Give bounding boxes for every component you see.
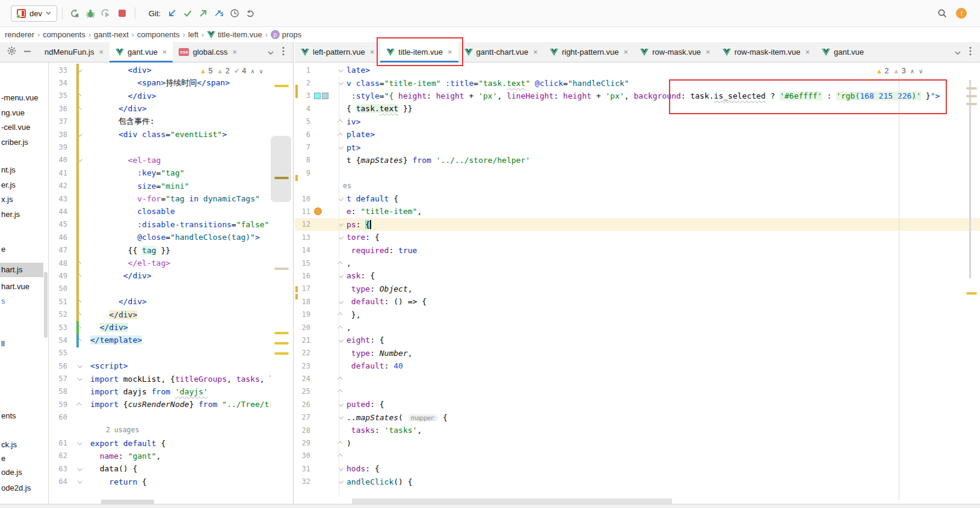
scrollbar-thumb[interactable] (969, 80, 971, 278)
fold-marker[interactable] (336, 133, 345, 136)
code-line-60[interactable]: 60 (48, 411, 271, 424)
chevron-down-icon[interactable] (955, 47, 961, 58)
code-line-18[interactable]: 18 default: () => { (295, 295, 980, 308)
code-line-51[interactable]: 51 </div> (48, 295, 271, 308)
file-item-ll[interactable]: ll (0, 337, 43, 351)
color-preview-chip[interactable] (314, 93, 321, 99)
tab-right-pattern.vue[interactable]: right-pattern.vue× (544, 42, 634, 62)
close-icon[interactable]: × (448, 47, 452, 57)
file-item-her.js[interactable]: her.js (0, 207, 43, 222)
tab-ndMenuFun.js[interactable]: ndMenuFun.js× (39, 42, 109, 62)
close-icon[interactable]: × (806, 47, 810, 57)
code-line-6[interactable]: 6plate> (295, 128, 980, 141)
code-line-30[interactable]: 30 (295, 450, 980, 462)
prev-problem-icon[interactable]: ∧ (910, 68, 914, 75)
code-line-28[interactable]: 28 tasks: 'tasks', (295, 424, 980, 436)
fold-marker[interactable] (336, 69, 345, 72)
code-line-64[interactable]: 64 return { (48, 476, 271, 488)
tab-row-mask.vue[interactable]: row-mask.vue× (634, 42, 717, 62)
code-line-25[interactable]: 25 (295, 385, 980, 398)
hide-panel-icon[interactable] (23, 47, 31, 58)
code-line-35[interactable]: 35 </div> (48, 90, 271, 102)
breadcrumb-item-gantt-next[interactable]: gantt-next (91, 30, 131, 39)
close-icon[interactable]: × (624, 47, 629, 57)
git-update-project-icon[interactable] (164, 5, 180, 21)
fold-marker[interactable] (336, 81, 345, 85)
file-item-er.js[interactable]: er.js (0, 178, 43, 192)
file-item-nt.js[interactable]: nt.js (0, 163, 43, 177)
file-item-ode2d.js[interactable]: ode2d.js (0, 481, 43, 495)
git-commit-icon[interactable] (180, 5, 196, 21)
code-line-22[interactable]: 22 type: Number, (295, 347, 980, 360)
code-line-19[interactable]: 19 }, (295, 308, 980, 320)
kebab-menu-icon[interactable] (969, 46, 972, 58)
code-line-45[interactable]: 45 :disable-transitions="false" (48, 218, 271, 231)
gear-icon[interactable] (7, 46, 16, 58)
file-item-e[interactable]: e (0, 451, 43, 466)
usages-hint[interactable]: 2 usages (106, 424, 271, 436)
tab-gant.vue[interactable]: gant.vue (816, 42, 870, 62)
code-line-34[interactable]: 34 <span>持续时间</span> (48, 76, 271, 89)
code-line-29[interactable]: 29) (295, 436, 980, 449)
file-item-ode.js[interactable]: ode.js (0, 465, 43, 480)
file-item--menu.vue[interactable]: -menu.vue (0, 91, 43, 105)
editor-gant-vue[interactable]: 33 <div>34 <span>持续时间</span>35 </div>36 … (48, 63, 271, 504)
tab-left-pattern.vue[interactable]: left-pattern.vue× (295, 42, 380, 62)
breadcrumb-item-props[interactable]: pprops (268, 30, 304, 39)
code-line-11[interactable]: 11e: "title-item", (295, 205, 980, 218)
code-line-52[interactable]: 52 </div> (48, 308, 271, 320)
search-icon[interactable] (934, 5, 950, 21)
run-config-selector[interactable]: dev (11, 5, 57, 22)
fold-marker[interactable] (75, 377, 84, 381)
fold-marker[interactable] (336, 454, 345, 458)
editor-title-item-vue[interactable]: 1late>2v class="title-item" :title="task… (295, 63, 980, 504)
file-item-hart.js[interactable]: hart.js (0, 263, 43, 277)
file-item-criber.js[interactable]: criber.js (0, 135, 43, 150)
code-line-56[interactable]: 56<script> (48, 360, 271, 372)
git-merge-icon[interactable] (211, 5, 227, 21)
code-line-58[interactable]: 58import dayjs from 'dayjs' (48, 385, 271, 398)
fold-marker[interactable] (336, 415, 345, 419)
tab-global.css[interactable]: cssglobal.css× (173, 42, 242, 62)
tab-title-item.vue[interactable]: title-item.vue× (380, 42, 458, 62)
color-preview-chip[interactable] (322, 93, 328, 99)
code-line-14[interactable]: 14 required: true (295, 243, 980, 256)
code-line-49[interactable]: 49 </div> (48, 269, 271, 282)
fold-marker[interactable] (336, 467, 345, 471)
code-line-37[interactable]: 37 包含事件: (48, 115, 271, 128)
debug-icon[interactable] (83, 5, 99, 21)
close-icon[interactable]: × (706, 47, 710, 57)
code-line-10[interactable]: 10t default { (295, 192, 980, 205)
fold-marker[interactable] (336, 300, 345, 304)
fold-marker[interactable] (75, 480, 84, 483)
scrollbar-thumb[interactable] (271, 136, 291, 202)
code-line-61[interactable]: 61export default { (48, 436, 271, 449)
code-line-16[interactable]: 16ask: { (295, 269, 980, 282)
code-line-15[interactable]: 15, (295, 257, 980, 269)
code-line-41[interactable]: 41 :key="tag" (48, 167, 271, 179)
code-line-31[interactable]: 31hods: { (295, 462, 980, 475)
code-line-62[interactable]: 62 name: "gant", (48, 450, 271, 462)
breadcrumb-item-renderer[interactable]: renderer (2, 30, 37, 39)
fold-marker[interactable] (336, 274, 345, 278)
code-line-13[interactable]: 13tore: { (295, 231, 980, 243)
code-line-63[interactable]: 63 data() { (48, 462, 271, 475)
fold-marker[interactable] (336, 222, 345, 226)
code-line-53[interactable]: 53 </div> (48, 321, 271, 334)
prev-problem-icon[interactable]: ∧ (250, 68, 254, 75)
code-line-47[interactable]: 47 {{ tag }} (48, 243, 271, 256)
code-line-57[interactable]: 57import mockList, {titleGroups, tasks, … (48, 372, 271, 385)
file-item-x.js[interactable]: x.js (0, 192, 43, 207)
code-line-5[interactable]: 5iv> (295, 115, 980, 128)
file-item-ents[interactable]: ents (0, 409, 43, 423)
inspections-widget-right[interactable]: ▲ 2 ▲ 3 ∧ ∨ (874, 66, 925, 76)
code-line-50[interactable]: 50 (48, 283, 271, 295)
inspections-widget-left[interactable]: ▲ 5 ▲ 2 ✓ 4 ∧ ∨ (197, 66, 266, 76)
file-item-ng.vue[interactable]: ng.vue (0, 106, 43, 120)
code-line-23[interactable]: 23 default: 40 (295, 360, 980, 372)
code-line-12[interactable]: 12ps: { (295, 218, 980, 231)
fold-marker[interactable] (336, 313, 345, 316)
file-item-hart.vue[interactable]: hart.vue (0, 280, 43, 294)
fold-marker[interactable] (75, 441, 84, 445)
fold-marker[interactable] (75, 467, 84, 471)
